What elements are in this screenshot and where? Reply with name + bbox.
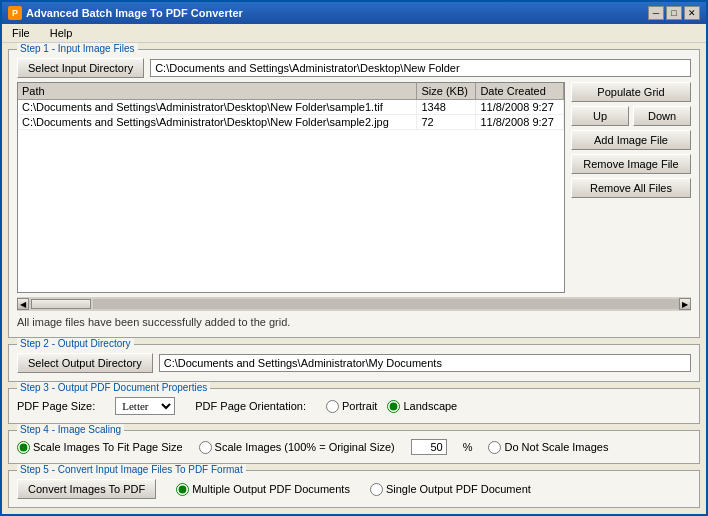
col-path: Path [18, 83, 417, 100]
menu-help[interactable]: Help [46, 26, 77, 40]
step4-section: Step 4 - Image Scaling Scale Images To F… [8, 430, 700, 464]
no-scale-option[interactable]: Do Not Scale Images [488, 441, 608, 454]
step5-title: Step 5 - Convert Input Image Files To PD… [17, 464, 246, 475]
scroll-left-arrow[interactable]: ◀ [17, 298, 29, 310]
step4-row: Scale Images To Fit Page Size Scale Imag… [17, 439, 691, 455]
step2-section: Step 2 - Output Directory Select Output … [8, 344, 700, 382]
no-scale-radio[interactable] [488, 441, 501, 454]
page-size-wrap: Letter A4 Legal Tabloid [115, 397, 175, 415]
no-scale-label: Do Not Scale Images [504, 441, 608, 453]
scale-fit-label: Scale Images To Fit Page Size [33, 441, 183, 453]
scale-fit-option[interactable]: Scale Images To Fit Page Size [17, 441, 183, 454]
col-size: Size (KB) [417, 83, 476, 100]
step1-title: Step 1 - Input Image Files [17, 43, 138, 54]
title-controls: ─ □ ✕ [648, 6, 700, 20]
convert-button[interactable]: Convert Images To PDF [17, 479, 156, 499]
down-button[interactable]: Down [633, 106, 691, 126]
scale-100-option[interactable]: Scale Images (100% = Original Size) [199, 441, 395, 454]
menu-file[interactable]: File [8, 26, 34, 40]
scroll-thumb[interactable] [31, 299, 91, 309]
landscape-radio[interactable] [387, 400, 400, 413]
title-bar-left: P Advanced Batch Image To PDF Converter [8, 6, 243, 20]
step3-row: PDF Page Size: Letter A4 Legal Tabloid P… [17, 397, 691, 415]
minimize-button[interactable]: ─ [648, 6, 664, 20]
step1-inner: Select Input Directory C:\Documents and … [17, 58, 691, 329]
portrait-radio[interactable] [326, 400, 339, 413]
step1-top-row: Select Input Directory C:\Documents and … [17, 58, 691, 78]
scale-unit: % [463, 441, 473, 453]
remove-image-button[interactable]: Remove Image File [571, 154, 691, 174]
cell-path: C:\Documents and Settings\Administrator\… [18, 115, 417, 130]
file-table: Path Size (KB) Date Created C:\Documents… [18, 83, 564, 130]
multi-output-option[interactable]: Multiple Output PDF Documents [176, 483, 350, 496]
single-output-option[interactable]: Single Output PDF Document [370, 483, 531, 496]
col-date: Date Created [476, 83, 564, 100]
cell-path: C:\Documents and Settings\Administrator\… [18, 100, 417, 115]
file-table-wrapper: Path Size (KB) Date Created C:\Documents… [17, 82, 565, 293]
remove-all-button[interactable]: Remove All Files [571, 178, 691, 198]
step2-row: Select Output Directory C:\Documents and… [17, 353, 691, 373]
page-size-select[interactable]: Letter A4 Legal Tabloid [115, 397, 175, 415]
step1-section: Step 1 - Input Image Files Select Input … [8, 49, 700, 338]
close-button[interactable]: ✕ [684, 6, 700, 20]
step3-section: Step 3 - Output PDF Document Properties … [8, 388, 700, 424]
step4-title: Step 4 - Image Scaling [17, 424, 124, 435]
title-bar: P Advanced Batch Image To PDF Converter … [2, 2, 706, 24]
add-image-button[interactable]: Add Image File [571, 130, 691, 150]
scale-value-input[interactable] [411, 439, 447, 455]
up-button[interactable]: Up [571, 106, 629, 126]
table-row[interactable]: C:\Documents and Settings\Administrator\… [18, 100, 564, 115]
page-size-label: PDF Page Size: [17, 400, 95, 412]
orientation-group: Portrait Landscape [326, 400, 457, 413]
multi-output-radio[interactable] [176, 483, 189, 496]
step3-title: Step 3 - Output PDF Document Properties [17, 382, 210, 393]
single-output-radio[interactable] [370, 483, 383, 496]
single-output-label: Single Output PDF Document [386, 483, 531, 495]
orientation-label: PDF Page Orientation: [195, 400, 306, 412]
multi-output-label: Multiple Output PDF Documents [192, 483, 350, 495]
scale-100-label: Scale Images (100% = Original Size) [215, 441, 395, 453]
cell-date: 11/8/2008 9:27 [476, 100, 564, 115]
landscape-label: Landscape [403, 400, 457, 412]
input-path-display: C:\Documents and Settings\Administrator\… [150, 59, 691, 77]
cell-size: 72 [417, 115, 476, 130]
select-input-dir-button[interactable]: Select Input Directory [17, 58, 144, 78]
cell-date: 11/8/2008 9:27 [476, 115, 564, 130]
maximize-button[interactable]: □ [666, 6, 682, 20]
select-output-dir-button[interactable]: Select Output Directory [17, 353, 153, 373]
portrait-option[interactable]: Portrait [326, 400, 377, 413]
scale-fit-radio[interactable] [17, 441, 30, 454]
scroll-right-arrow[interactable]: ▶ [679, 298, 691, 310]
step5-section: Step 5 - Convert Input Image Files To PD… [8, 470, 700, 508]
step5-row: Convert Images To PDF Multiple Output PD… [17, 479, 691, 499]
table-row[interactable]: C:\Documents and Settings\Administrator\… [18, 115, 564, 130]
output-path-display: C:\Documents and Settings\Administrator\… [159, 354, 691, 372]
horizontal-scrollbar[interactable]: ◀ ▶ [17, 297, 691, 311]
populate-grid-button[interactable]: Populate Grid [571, 82, 691, 102]
scroll-track [93, 299, 679, 309]
status-bar: All image files have been successfully a… [17, 315, 691, 329]
grid-area: Path Size (KB) Date Created C:\Documents… [17, 82, 691, 293]
up-down-row: Up Down [571, 106, 691, 126]
step2-title: Step 2 - Output Directory [17, 338, 134, 349]
cell-size: 1348 [417, 100, 476, 115]
app-icon: P [8, 6, 22, 20]
landscape-option[interactable]: Landscape [387, 400, 457, 413]
main-window: P Advanced Batch Image To PDF Converter … [0, 0, 708, 516]
menubar: File Help [2, 24, 706, 43]
grid-buttons: Populate Grid Up Down Add Image File Rem… [571, 82, 691, 293]
scale-100-radio[interactable] [199, 441, 212, 454]
window-title: Advanced Batch Image To PDF Converter [26, 7, 243, 19]
main-content: Step 1 - Input Image Files Select Input … [2, 43, 706, 514]
portrait-label: Portrait [342, 400, 377, 412]
